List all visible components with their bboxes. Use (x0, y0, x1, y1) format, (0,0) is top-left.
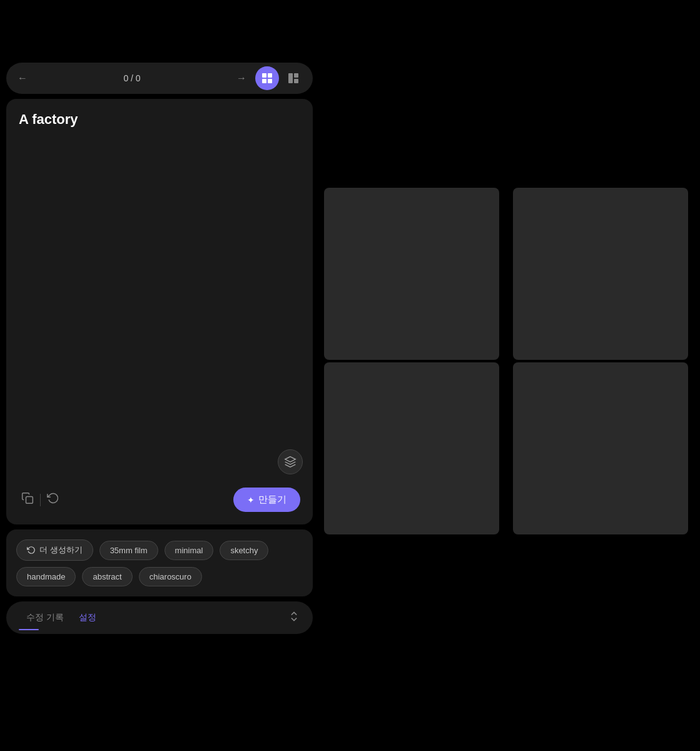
svg-rect-0 (262, 73, 266, 78)
refresh-icon (47, 492, 59, 504)
chip-minimal-label: minimal (175, 546, 203, 555)
grid-icon (261, 73, 273, 84)
chips-container: 더 생성하기 35mm film minimal sketchy handmad… (6, 529, 313, 596)
copy-icon (21, 492, 34, 504)
chip-regenerate-label: 더 생성하기 (39, 544, 83, 556)
tab-settings-label: 설정 (79, 612, 96, 622)
regenerate-icon (27, 546, 36, 554)
chip-handmade-label: handmade (27, 572, 65, 581)
chip-abstract[interactable]: abstract (82, 567, 132, 586)
nav-bar: ← 0 / 0 → (6, 63, 313, 94)
left-panel: ← 0 / 0 → A factory (6, 63, 313, 634)
grid-cell-2[interactable] (513, 188, 688, 360)
prompt-card: A factory (6, 99, 313, 524)
cube-icon (284, 456, 297, 468)
tab-active-indicator (19, 629, 39, 630)
grid-view-button[interactable] (255, 66, 279, 90)
tab-settings[interactable]: 설정 (71, 612, 104, 623)
chip-sketchy[interactable]: sketchy (220, 541, 268, 560)
grid-cell-4[interactable] (513, 362, 688, 534)
chip-minimal[interactable]: minimal (165, 541, 214, 560)
ar-button[interactable] (278, 449, 303, 474)
chip-chiaroscuro[interactable]: chiaroscuro (139, 567, 202, 586)
grid-cell-1[interactable] (324, 188, 499, 360)
tab-history[interactable]: 수정 기록 (19, 612, 71, 623)
svg-rect-3 (268, 79, 272, 83)
tab-expand-button[interactable] (288, 610, 300, 626)
view-toggle (255, 66, 305, 90)
svg-rect-5 (294, 73, 298, 78)
prompt-content-area (19, 138, 300, 480)
bottom-tabs: 수정 기록 설정 (6, 601, 313, 634)
chip-sketchy-label: sketchy (230, 546, 258, 555)
sparkle-icon: ✦ (247, 495, 255, 505)
chip-35mm-label: 35mm film (110, 546, 148, 555)
chip-chiaroscuro-label: chiaroscuro (150, 572, 191, 581)
svg-rect-1 (268, 73, 272, 78)
create-label: 만들기 (258, 494, 287, 506)
split-view-button[interactable] (282, 66, 305, 90)
create-button[interactable]: ✦ 만들기 (233, 488, 300, 512)
prompt-title: A factory (19, 111, 300, 128)
split-icon (288, 73, 299, 84)
chip-abstract-label: abstract (93, 572, 121, 581)
chip-handmade[interactable]: handmade (16, 567, 76, 586)
copy-button[interactable] (19, 489, 36, 510)
chevron-up-down-icon (288, 610, 300, 623)
svg-rect-4 (288, 73, 293, 83)
grid-cell-3[interactable] (324, 362, 499, 534)
chip-35mm[interactable]: 35mm film (99, 541, 158, 560)
divider (40, 494, 41, 506)
prev-button[interactable]: ← (14, 70, 31, 86)
svg-rect-6 (294, 79, 298, 83)
refresh-button[interactable] (44, 489, 62, 510)
image-grid (324, 188, 699, 534)
nav-counter: 0 / 0 (36, 73, 228, 83)
tab-history-label: 수정 기록 (26, 612, 64, 622)
svg-rect-2 (262, 79, 266, 83)
icon-group (19, 489, 62, 510)
next-button[interactable]: → (233, 70, 250, 86)
svg-rect-7 (26, 497, 33, 504)
chip-regenerate[interactable]: 더 생성하기 (16, 539, 93, 561)
prompt-bottom-bar: ✦ 만들기 (19, 488, 300, 512)
